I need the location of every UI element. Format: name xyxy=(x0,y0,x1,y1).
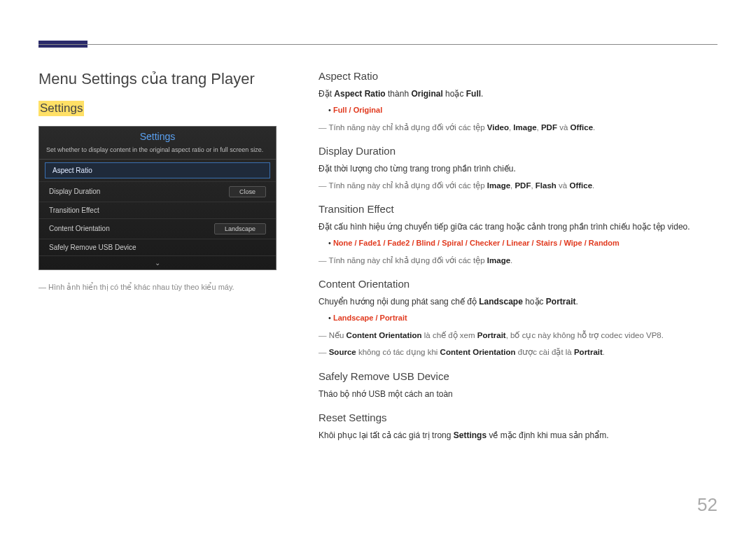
section-display-duration: Display Duration Đặt thời lượng cho từng… xyxy=(318,145,718,192)
settings-panel: Settings Set whether to display content … xyxy=(38,126,276,270)
section-heading: Reset Settings xyxy=(318,412,718,423)
option-separator: / xyxy=(530,239,536,247)
section-note: Source không có tác dụng khi Content Ori… xyxy=(318,346,718,358)
panel-item-label: Aspect Ratio xyxy=(52,167,92,174)
section-safely-remove: Safely Remove USB Device Tháo bộ nhớ USB… xyxy=(318,370,718,400)
settings-highlight: Settings xyxy=(38,101,84,116)
section-line: Chuyển hướng nội dung phát sang chế độ L… xyxy=(318,295,718,308)
option-list: Full / Original xyxy=(318,104,718,117)
panel-item-display-duration[interactable]: Display Duration Close xyxy=(39,181,276,202)
option-list: Landscape / Portrait xyxy=(318,312,718,325)
option-separator: / xyxy=(500,239,506,247)
option-value: Random xyxy=(589,239,620,247)
left-column: Menu Settings của trang Player Settings … xyxy=(38,70,290,453)
section-heading: Content Orientation xyxy=(318,278,718,290)
image-disclaimer-note: Hình ảnh hiển thị có thể khác nhau tùy t… xyxy=(38,283,290,292)
section-reset-settings: Reset Settings Khôi phục lại tất cả các … xyxy=(318,412,718,442)
list-item: None / Fade1 / Fade2 / Blind / Spiral / … xyxy=(328,237,718,250)
list-item: Full / Original xyxy=(328,104,718,117)
option-separator: / xyxy=(381,239,387,247)
panel-scroll-down-icon[interactable]: ⌄ xyxy=(39,255,276,269)
panel-item-content-orientation[interactable]: Content Orientation Landscape xyxy=(39,218,276,239)
section-heading: Display Duration xyxy=(318,145,718,157)
section-transition-effect: Transition Effect Đặt cấu hình hiệu ứng … xyxy=(318,203,718,267)
panel-item-value[interactable]: Landscape xyxy=(214,223,266,234)
panel-item-label: Content Orientation xyxy=(49,225,110,232)
section-aspect-ratio: Aspect Ratio Đặt Aspect Ratio thành Orig… xyxy=(318,70,718,134)
option-value: Stairs xyxy=(536,239,558,247)
section-heading: Transition Effect xyxy=(318,203,718,215)
header-rule xyxy=(38,44,718,45)
option-value: Fade1 xyxy=(359,239,382,247)
option-value: Blind xyxy=(416,239,436,247)
section-heading: Aspect Ratio xyxy=(318,70,718,82)
section-content-orientation: Content Orientation Chuyển hướng nội dun… xyxy=(318,278,718,358)
list-item: Landscape / Portrait xyxy=(328,312,718,325)
option-separator: / xyxy=(435,239,442,247)
option-separator: / xyxy=(582,239,589,247)
panel-item-label: Safely Remove USB Device xyxy=(49,244,136,251)
section-line: Đặt cấu hình hiệu ứng chuyển tiếp giữa c… xyxy=(318,220,718,233)
section-line: Đặt thời lượng cho từng trang trong phần… xyxy=(318,162,718,175)
option-separator: / xyxy=(352,239,358,247)
panel-item-label: Transition Effect xyxy=(49,206,99,214)
section-line: Tháo bộ nhớ USB một cách an toàn xyxy=(318,388,718,400)
option-separator: / xyxy=(410,239,416,247)
section-line: Đặt Aspect Ratio thành Original hoặc Ful… xyxy=(318,87,718,100)
option-value: Spiral xyxy=(442,239,463,247)
panel-description: Set whether to display content in the or… xyxy=(39,145,276,160)
page-content: Menu Settings của trang Player Settings … xyxy=(38,70,718,453)
option-separator: / xyxy=(463,239,470,247)
option-list: None / Fade1 / Fade2 / Blind / Spiral / … xyxy=(318,237,718,250)
page-number: 52 xyxy=(697,494,718,516)
section-heading: Safely Remove USB Device xyxy=(318,370,718,382)
panel-item-transition-effect[interactable]: Transition Effect xyxy=(39,202,276,218)
section-note: Tính năng này chỉ khả dụng đối với các t… xyxy=(318,121,718,134)
section-note: Nếu Content Orientation là chế độ xem Po… xyxy=(318,329,718,342)
right-column: Aspect Ratio Đặt Aspect Ratio thành Orig… xyxy=(318,70,718,453)
option-value: Checker xyxy=(470,239,500,247)
section-note: Tính năng này chỉ khả dụng đối với các t… xyxy=(318,254,718,267)
panel-title: Settings xyxy=(39,127,276,145)
option-value: Linear xyxy=(507,239,530,247)
panel-item-aspect-ratio[interactable]: Aspect Ratio xyxy=(45,162,270,178)
panel-item-safely-remove-usb[interactable]: Safely Remove USB Device xyxy=(39,239,276,255)
option-value: Wipe xyxy=(564,239,582,247)
section-note: Tính năng này chỉ khả dụng đối với các t… xyxy=(318,179,718,192)
panel-item-label: Display Duration xyxy=(49,188,100,195)
option-value: None xyxy=(333,239,353,247)
option-value: Fade2 xyxy=(388,239,410,247)
page-title: Menu Settings của trang Player xyxy=(38,70,290,88)
section-line: Khôi phục lại tất cả các giá trị trong S… xyxy=(318,429,718,442)
panel-item-value[interactable]: Close xyxy=(229,186,266,197)
